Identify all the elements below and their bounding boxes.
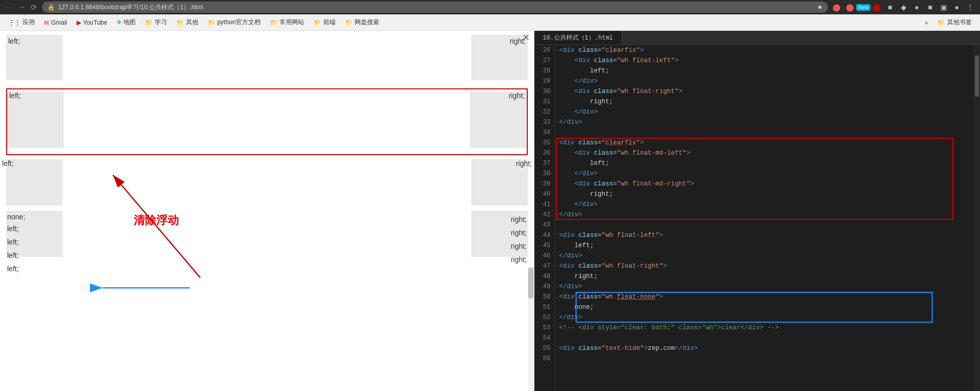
bookmark-other-books[interactable]: 📁 其他书签: [933, 16, 976, 28]
extensions-icon[interactable]: ⬤: [831, 2, 842, 13]
left-label-4b: left;: [7, 235, 19, 249]
bookmark-python[interactable]: 📁 python官方文档: [204, 16, 265, 28]
shield-icon[interactable]: ⬤: [844, 2, 856, 13]
bookmark-youtube[interactable]: ▶ YouTube: [72, 17, 112, 28]
tool-icon-1[interactable]: ■: [884, 2, 896, 13]
left-label-4c: left;: [7, 249, 19, 262]
code-line-36: <div class="wh float-md-left">: [559, 148, 970, 158]
code-lines[interactable]: <div class="clearfix"> <div class="wh fl…: [555, 45, 974, 391]
code-line-52: </div>: [559, 312, 970, 323]
right-label-4b: right;: [511, 226, 527, 239]
nav-buttons: ← → ⟳: [4, 2, 39, 12]
bookmark-study[interactable]: 📁 学习: [141, 16, 171, 28]
toolbar-icons: ⬤ ⬤ New ⬤ ■ ◆ ● ■ ▣ ● ⋮: [831, 2, 976, 13]
editor-scrollbar-thumb[interactable]: [975, 55, 979, 97]
code-line-30: <div class="wh float-right">: [559, 86, 970, 97]
code-line-47: <div class="wh float-right">: [559, 261, 970, 271]
float-left-box-2: [7, 91, 64, 148]
code-line-48: right;: [559, 271, 970, 282]
bookmark-frontend-label: 前端: [323, 18, 336, 27]
right-label-4d: right;: [511, 253, 527, 266]
code-line-38: </div>: [559, 169, 970, 179]
circle-icon[interactable]: ⬤: [871, 2, 882, 13]
bookmark-frontend[interactable]: 📁 前端: [309, 16, 340, 28]
code-line-27: <div class="wh float-left">: [559, 55, 970, 66]
bookmarks-bar: ⋮⋮ 应用 M Gmail ▶ YouTube ✥ 地图 📁 学习 📁 其他 📁…: [0, 14, 980, 31]
editor-tab-bar: 10.公共样式（1）.html: [534, 31, 980, 45]
code-line-33: </div>: [559, 117, 970, 127]
code-line-26: <div class="clearfix">: [559, 45, 970, 55]
code-line-49: </div>: [559, 282, 970, 292]
left-label-4a: left;: [7, 222, 19, 235]
left-label-4d: left;: [7, 262, 19, 275]
folder-python-icon: 📁: [208, 19, 215, 26]
bookmark-netdisk-label: 网盘搜索: [355, 18, 379, 27]
left-label-1: left;: [8, 37, 20, 45]
reload-button[interactable]: ⟳: [29, 2, 39, 12]
bookmark-maps-label: 地图: [123, 18, 136, 27]
left-label-2: left;: [9, 91, 21, 100]
tool-icon-6[interactable]: ●: [951, 2, 963, 13]
code-editor-panel: 10.公共样式（1）.html 26 27 28 29 30 31 32 33 …: [534, 31, 980, 391]
code-line-29: </div>: [559, 76, 970, 86]
code-line-45: left;: [559, 240, 970, 251]
new-badge: New: [856, 4, 871, 11]
bookmark-common[interactable]: 📁 常用网站: [266, 16, 308, 28]
bookmark-common-label: 常用网站: [280, 18, 304, 27]
browser-scrollbar-thumb[interactable]: [528, 268, 533, 299]
browser-window: ← → ⟳ 🔒 127.0.0.1:8848/bootstrap学习/10.公共…: [0, 0, 980, 391]
apps-icon: ⋮⋮: [8, 19, 21, 26]
more-bookmarks-button[interactable]: »: [920, 17, 932, 28]
code-line-43: [559, 220, 970, 230]
code-line-31: right;: [559, 97, 970, 107]
right-label-3: right;: [516, 159, 532, 167]
url-text: 127.0.0.1:8848/bootstrap学习/10.公共样式（1）.ht…: [58, 3, 814, 12]
right-labels-group: right; right; right; right;: [511, 213, 527, 266]
bookmark-other[interactable]: 📁 其他: [172, 16, 202, 28]
tool-icon-2[interactable]: ◆: [898, 2, 909, 13]
bookmark-gmail[interactable]: M Gmail: [40, 17, 71, 28]
title-bar: ← → ⟳ 🔒 127.0.0.1:8848/bootstrap学习/10.公共…: [0, 0, 980, 14]
code-line-41: </div>: [559, 199, 970, 210]
folder-other-icon: 📁: [176, 19, 184, 26]
code-line-53: <!-- <div style="clear: both;" class="wh…: [559, 323, 970, 333]
code-line-42: </div>: [559, 210, 970, 220]
close-button[interactable]: ✕: [522, 32, 530, 43]
editor-scrollbar[interactable]: [974, 45, 980, 391]
code-line-39: <div class="wh float-md-right">: [559, 179, 970, 189]
bookmark-gmail-label: Gmail: [51, 19, 67, 26]
menu-icon[interactable]: ⋮: [965, 2, 976, 13]
address-bar[interactable]: 🔒 127.0.0.1:8848/bootstrap学习/10.公共样式（1）.…: [42, 2, 828, 13]
folder-frontend-icon: 📁: [313, 19, 321, 26]
tool-icon-4[interactable]: ■: [924, 2, 936, 13]
browser-content-panel: ✕ left; right; left; right;: [0, 31, 534, 391]
back-button[interactable]: ←: [4, 2, 14, 12]
code-line-56: [559, 353, 970, 364]
code-line-46: </div>: [559, 251, 970, 261]
code-line-34: [559, 127, 970, 138]
forward-button[interactable]: →: [16, 2, 27, 12]
code-line-54: [559, 333, 970, 343]
bookmark-other-label: 其他: [186, 18, 198, 27]
browser-scrollbar[interactable]: [528, 267, 534, 391]
code-line-51: none;: [559, 302, 970, 312]
code-line-35: <div class="clearfix">: [559, 138, 970, 148]
bookmark-star-icon[interactable]: ★: [817, 4, 823, 11]
editor-tab-active[interactable]: 10.公共样式（1）.html: [534, 31, 622, 45]
tool-icon-3[interactable]: ●: [911, 2, 922, 13]
bookmark-apps[interactable]: ⋮⋮ 应用: [4, 16, 39, 28]
annotation-text: 清除浮动: [134, 213, 179, 228]
bookmark-maps[interactable]: ✥ 地图: [113, 16, 140, 28]
tool-icon-5[interactable]: ▣: [938, 2, 949, 13]
maps-icon: ✥: [117, 19, 121, 26]
new-icon-badge[interactable]: New: [858, 2, 869, 13]
folder-study-icon: 📁: [145, 19, 153, 26]
folder-netdisk-icon: 📁: [345, 19, 353, 26]
none-label: none;: [7, 213, 25, 221]
code-line-44: <div class="wh float-left">: [559, 230, 970, 240]
bookmark-apps-label: 应用: [23, 18, 35, 27]
code-line-40: right;: [559, 189, 970, 199]
section-1: left; right;: [0, 31, 534, 86]
line-numbers: 26 27 28 29 30 31 32 33 34 35 36 37 38 3…: [534, 45, 555, 391]
bookmark-netdisk[interactable]: 📁 网盘搜索: [341, 16, 383, 28]
